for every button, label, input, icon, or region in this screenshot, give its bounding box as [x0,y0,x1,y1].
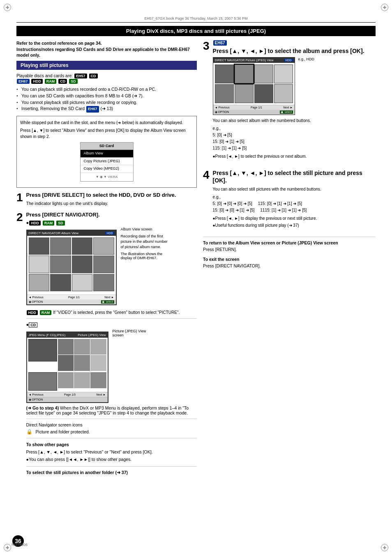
recording-info: Recording date of the first picture in t… [121,234,170,249]
step-2-title: Press [DIRECT NAVIGATOR]. [26,212,197,219]
ram-badge-note: RAM [40,310,52,315]
step-3-number: 3 [203,40,210,52]
return-desc: Press [RETURN]. [203,246,376,253]
s3-t4 [274,64,293,83]
hdd-badge-note: HDD [27,310,38,315]
lock-icon: 🔒 [26,429,32,435]
cd-t9 [74,372,90,388]
refer-line2: Instructions/notes regarding SD Cards an… [16,47,190,58]
bullet-item-1: You can playback still pictures recorded… [16,86,197,93]
badge-sd-s2: SD [56,221,65,226]
sd-menu-item-3: Copy Video (MPEG2) [81,165,133,173]
screen-bottom-bar: ◉ OPTION ▣ select [27,299,116,304]
corner-mark-bl [3,543,12,552]
step3-footer: ◄ Previous Page 1/1 Next ► [213,105,295,110]
hdd-indicator: HDD [105,232,114,235]
refer-line1: Refer to the control reference on page 3… [16,41,102,46]
cd-option: ◉ OPTION [29,398,43,401]
s3-t7 [254,84,273,103]
step3-thumbs [213,63,295,105]
thumb-5 [29,256,50,273]
sd-menu-item-1: Album View [81,150,133,158]
cd-t10 [90,372,106,388]
badge-eh67: EH67 [17,79,30,84]
file-info-text: EH57_67GX.book Page 36 Thursday, March 1… [144,16,247,21]
cd-header-right: Picture (JPEG) View [78,333,106,337]
sd-card-menu: SD Card Album View Copy Pictures (JPEG) … [80,142,134,182]
step-2-badges: ●HDD RAM SD [26,220,197,226]
hdd-ram-note: HDD RAM If "VIDEO" is selected, press th… [26,310,197,315]
lock-desc: Picture and folder protected. [36,429,90,434]
cd-t3 [90,339,106,355]
step4-useful: ●Useful functions during still picture p… [213,223,376,228]
cd-page: Page 1/3 [64,393,76,396]
cd-screen: JPEG Menu (F CD)(JPEG) Picture (JPEG) Vi… [26,332,108,403]
footer-mid: Page 1/1 [68,296,80,299]
badge-ram: RAM [45,79,57,84]
to-show-pages: To show other pages Press [▲, ▼, ◄, ►] t… [26,442,197,463]
num-5: 5: [0] ➜ [5] [213,133,232,137]
step-1-title: Press [DRIVE SELECT] to select the HDD, … [26,192,197,199]
album-view-screen: DIRECT NAVIGATOR Album View HDD [26,230,117,305]
cd-thumb-grid [58,339,106,371]
screen-header-hdd: DIRECT NAVIGATOR Album View HDD [27,230,116,236]
step3-eg: e.g., HDD [298,57,315,61]
hdd-ram-note-text: If "VIDEO" is selected, press the "Green… [53,310,180,315]
illustration-label: The illustration shows the display of DM… [121,252,170,260]
cd-header-left: JPEG Menu (F CD)(JPEG) [29,333,66,337]
num-115: 115: [1] ➜ [1] ➜ [5] [213,146,247,150]
divider-4 [26,466,197,467]
step-3-content: EH67 Press [▲, ▼, ◄, ►] to select the al… [213,40,376,161]
cd-main-thumb [28,339,57,362]
return-section: To return to the Album View screen or Pi… [203,240,376,253]
step-2-content: Press [DIRECT NAVIGATOR]. ●HDD RAM SD DI… [26,212,197,476]
badge-sd: SD [69,79,78,84]
step-4-content: Press [▲, ▼, ◄, ►] to select the still p… [213,169,376,230]
badge-ram-s2: RAM [43,221,55,226]
page-code: RQT8906 [12,543,28,547]
badge-eh57: EH57 [74,74,87,78]
cd-screen-label: Picture (JPEG) View screen [113,329,154,337]
step3-option: ◉ OPTION ▣ select [213,110,295,115]
thumb-11 [72,274,93,291]
note-line1: While stopped put the card in the slot, … [20,120,193,126]
s3-next: Next ► [283,106,293,109]
sd-menu-footer: ▼ ◉ ▼ VIERA [81,173,133,181]
step3-hdd-badge: HDD [284,59,293,62]
step-1-desc: The indicator lights up on the unit's di… [26,200,197,207]
playable-text: Playable discs and cards are: [16,73,73,78]
cd-badge: CD [29,322,37,327]
playable-line: Playable discs and cards are: EH57 CD EH… [16,73,197,84]
cd-next: Next ► [96,393,106,396]
corner-mark-tr [380,3,389,12]
corner-mark-br [380,543,389,552]
step3-screen-header: DIRECT NAVIGATOR Picture (JPEG) View HDD [213,58,295,63]
step4-numbered: e.g., 5: [0] ➜ [0] ➜ [0] ➜ [5] 115: [0] … [213,194,376,214]
badge-hdd: HDD [31,79,43,84]
step3-screen: DIRECT NAVIGATOR Picture (JPEG) View HDD [213,57,295,115]
select-label: ▣ select [101,300,114,304]
bullet-item-4: Inserting, Removing the SD Card EH67 (➜ … [16,106,197,113]
cd-t1 [58,339,74,355]
thumb-10 [50,274,71,291]
bottom-info: To return to the Album View screen or Pi… [203,237,376,270]
footer-next: Next ► [104,296,114,299]
screen-thumbnails [29,237,114,291]
s3-page: Page 1/1 [251,106,262,109]
step4-5-right: 115: [0] ➜ [1] ➜ [1] ➜ [5] [258,201,302,206]
cd-t8 [58,372,74,388]
screen-annotations: Album View screen Recording date of the … [121,227,170,260]
step3-eg-label: e.g., HDD [298,57,315,61]
s3-t3 [254,64,273,83]
option-label: ◉ OPTION [29,300,43,304]
s3-t6 [235,84,254,103]
sd-menu-item-2: Copy Pictures (JPEG) [81,158,133,166]
step3-header-text: DIRECT NAVIGATOR Picture (JPEG) View [215,58,274,62]
refer-section: Refer to the control reference on page 3… [16,40,197,58]
to-show-heading: To show other pages [26,442,197,448]
step4-press-arrows: ●Press [◄, ►] to display the previous or… [213,216,376,221]
step4-eg-prefix: e.g., [213,195,221,199]
icon-row: 🔒 Picture and folder protected. [26,429,197,435]
exit-desc: Press [DIRECT NAVIGATOR]. [203,263,376,269]
step3-press-arrows: ●Press [◄, ►] to select the previous or … [213,154,376,159]
